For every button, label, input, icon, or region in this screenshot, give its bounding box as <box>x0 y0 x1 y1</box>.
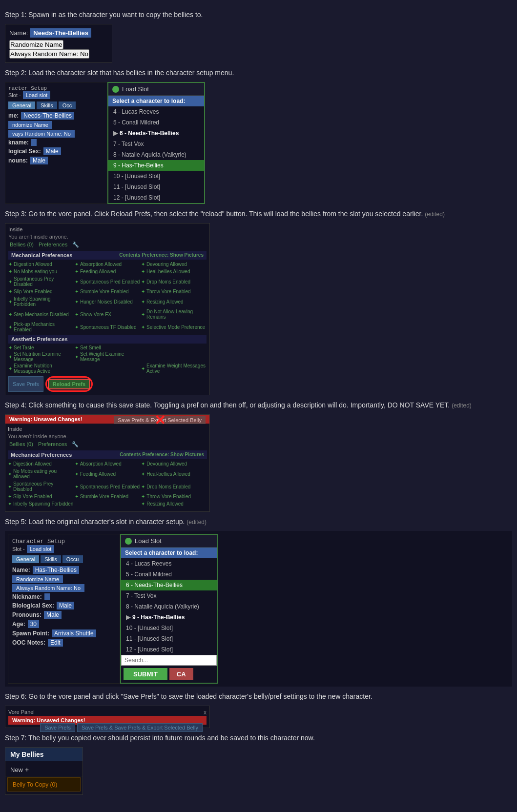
p4-icon-7: ✦ <box>8 484 12 489</box>
slot-item-12[interactable]: 12 - [Unused Slot] <box>108 192 204 203</box>
randomize-btn-s5[interactable]: Randomize Name <box>12 575 63 583</box>
occu-tab-s5[interactable]: Occu <box>62 555 83 563</box>
always-random-btn-s2[interactable]: vays Random Name: No <box>8 130 75 138</box>
s5-slot-5-label: 5 - Conall Mildred <box>126 571 172 578</box>
my-bellies-title: My Bellies <box>10 751 43 758</box>
close-x-button-s6[interactable]: x <box>204 709 207 716</box>
biosex-label-s5: Biological Sex: <box>12 602 54 609</box>
warning-actions: Save Prefs & Export Selected Belly ✕ <box>114 416 206 424</box>
pronouns-label: nouns: <box>8 157 28 164</box>
ooc-val-s5[interactable]: Edit <box>48 639 63 647</box>
save-export-x-btn[interactable]: Save Prefs & Export Selected Belly <box>114 416 206 424</box>
p4-icon-1: ✦ <box>8 461 12 467</box>
load-slot-button-step2[interactable]: Load slot <box>23 91 51 99</box>
bellies-tab-s4[interactable]: Bellies (0) <box>8 441 35 448</box>
slot-8-label: 8 - Natalie Aquicia (Valkyrie) <box>113 151 186 158</box>
save-prefs-btn-s6[interactable]: Save Prefs <box>40 723 75 732</box>
pref-icon-7: ✦ <box>8 279 12 284</box>
step6-text: Step 6: Go to the vore panel and click "… <box>5 691 512 702</box>
cancel-button-s5[interactable]: CA <box>169 668 193 680</box>
vore-panel-step3: Inside You aren't inside anyone. Bellies… <box>5 223 210 395</box>
load-slot-btn-s5[interactable]: Load slot <box>27 545 55 553</box>
name-val-s5: Has-The-Bellies <box>33 566 79 574</box>
s5-slot-8[interactable]: 8 - Natalie Aquicia (Valkyrie) <box>121 601 217 612</box>
prefs-tab-s4[interactable]: Preferences <box>37 441 68 448</box>
randomize-btn-s2[interactable]: ndomize Name <box>8 121 52 129</box>
pref-icon-1: ✦ <box>8 262 12 267</box>
reload-highlight-s3: Reload Prefs <box>45 376 93 392</box>
contents-pref-s3: Contents Preference: Show Pictures <box>119 252 204 258</box>
s5-slot-5[interactable]: 5 - Conall Mildred <box>121 569 217 580</box>
pref-dropnoms: ✦Drop Noms Enabled <box>141 276 207 287</box>
arrow-9-icon-s5: ▶ <box>126 614 130 621</box>
skills-tab-s5[interactable]: Skills <box>41 555 61 563</box>
aes-exam-weight: ✦Examine Weight Messages Active <box>141 363 207 374</box>
skills-tab[interactable]: Skills <box>37 102 57 109</box>
slot-item-6[interactable]: ▶6 - Needs-The-Bellies <box>108 128 204 139</box>
pref-hunger: ✦Hunger Noises Disabled <box>75 296 140 307</box>
slot-row-s5: Slot - Load slot <box>12 545 116 553</box>
p4-icon-5: ✦ <box>75 471 79 477</box>
pref-icon-3: ✦ <box>141 262 145 267</box>
belly-plus-icon[interactable]: + <box>25 766 29 773</box>
slot-12-label: 12 - [Unused Slot] <box>113 194 160 201</box>
step2-text: Step 2: Load the character slot that has… <box>5 68 512 78</box>
spawn-val-s5: Arrivals Shuttle <box>52 629 96 637</box>
always-btn-s5[interactable]: Always Random Name: No <box>12 584 84 592</box>
prefs-grid-s3: ✦Digestion Allowed ✦Absorption Allowed ✦… <box>8 261 207 333</box>
slot-item-7[interactable]: 7 - Test Vox <box>108 139 204 149</box>
slot-item-4[interactable]: 4 - Lucas Reeves <box>108 106 204 117</box>
pref-icon-6: ✦ <box>141 269 145 274</box>
pref-absorption: ✦Absorption Allowed <box>75 261 140 267</box>
always-random-name-button[interactable]: Always Random Name: No <box>9 49 89 59</box>
s5-slot-8-label: 8 - Natalie Aquicia (Valkyrie) <box>126 603 199 610</box>
s5-slot-4[interactable]: 4 - Lucas Reeves <box>121 558 217 569</box>
slot-item-11[interactable]: 11 - [Unused Slot] <box>108 182 204 192</box>
mech-header-label: Mechanical Preferences <box>11 252 72 258</box>
prefs-icon-s3: 🔧 <box>71 241 81 248</box>
reload-prefs-button-s3[interactable]: Reload Prefs <box>48 379 90 389</box>
aes-taste: ✦Set Taste <box>8 345 74 350</box>
slot-7-label: 7 - Test Vox <box>113 141 144 147</box>
bellies-tab-s3[interactable]: Bellies (0) <box>8 241 35 248</box>
green-circle-icon <box>112 86 119 93</box>
s5-slot-6[interactable]: 6 - Needs-The-Bellies <box>121 580 217 590</box>
slot-5-label: 5 - Conall Mildred <box>113 119 159 126</box>
p4-5: ✦Feeding Allowed <box>75 468 141 480</box>
general-tab[interactable]: General <box>8 102 35 109</box>
slot-item-10[interactable]: 10 - [Unused Slot] <box>108 171 204 182</box>
occ-tab[interactable]: Occ <box>59 102 76 109</box>
s5-slot-10[interactable]: 10 - [Unused Slot] <box>121 623 217 633</box>
s5-slot-12[interactable]: 12 - [Unused Slot] <box>121 644 217 655</box>
pref-showvore: ✦Show Vore FX <box>75 308 140 320</box>
p4-7: ✦Spontaneous Prey Disabled <box>8 481 74 492</box>
save-export-btn-s6[interactable]: Save Prefs & Save Prefs & Export Selecte… <box>77 723 203 732</box>
pref-icon-21: ✦ <box>141 325 145 330</box>
slot-item-8[interactable]: 8 - Natalie Aquicia (Valkyrie) <box>108 149 204 160</box>
load-slot-title-s2: Load Slot <box>122 85 149 93</box>
slot-item-5[interactable]: 5 - Conall Mildred <box>108 117 204 128</box>
not-inside-text-s3: You aren't inside anyone. <box>8 234 207 240</box>
step3-main: Step 3: Go to the vore panel. Click Relo… <box>5 210 423 218</box>
general-tab-s5[interactable]: General <box>12 555 39 563</box>
prefs-tab-s3[interactable]: Preferences <box>37 241 69 248</box>
submit-button-s5[interactable]: SUBMIT <box>124 668 167 680</box>
s5-slot-11[interactable]: 11 - [Unused Slot] <box>121 633 217 644</box>
search-input-s5[interactable] <box>121 655 217 666</box>
load-slot-title-s5: Load Slot <box>135 537 162 545</box>
slot-11-label: 11 - [Unused Slot] <box>113 183 160 190</box>
name-label-s5: Name: <box>12 567 30 573</box>
randomize-name-button[interactable]: Randomize Name <box>9 40 63 49</box>
s5-slot-9[interactable]: ▶9 - Has-The-Bellies <box>121 612 217 623</box>
slot-item-9[interactable]: 9 - Has-The-Bellies <box>108 160 204 171</box>
mech-prefs-header-s3: Mechanical Preferences Contents Preferen… <box>8 251 207 260</box>
char-setup-panel-step2: racter Setup Slot - Load slot General Sk… <box>5 82 107 204</box>
save-prefs-button-s3[interactable]: Save Prefs <box>8 376 43 392</box>
s5-slot-7[interactable]: 7 - Test Vox <box>121 590 217 601</box>
step7-text: Step 7: The belly you copied over should… <box>5 733 512 743</box>
contents-pref-s4: Contents Preference: Show Pictures <box>120 452 204 458</box>
vore-actions-s3: Save Prefs Reload Prefs <box>8 376 207 392</box>
belly-to-copy-item[interactable]: Belly To Copy (0) <box>7 777 81 792</box>
belly-new-row: New + <box>5 763 83 776</box>
p4-1: ✦Digestion Allowed <box>8 461 74 467</box>
